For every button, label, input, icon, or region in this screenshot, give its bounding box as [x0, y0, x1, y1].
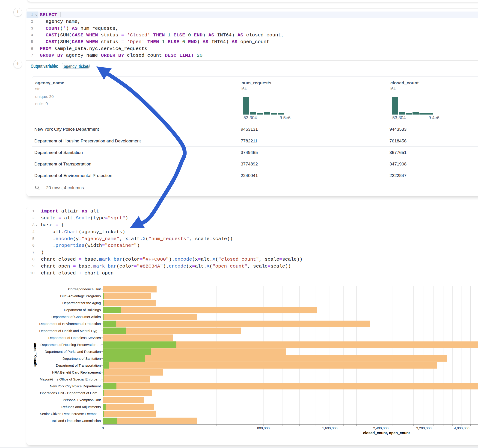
svg-text:Department of Consumer Affairs: Department of Consumer Affairs — [51, 315, 101, 319]
svg-text:Taxi and Limousine Commission: Taxi and Limousine Commission — [51, 419, 101, 423]
svg-text:800,000: 800,000 — [257, 426, 270, 430]
svg-text:closed_count, open_count: closed_count, open_count — [363, 431, 410, 435]
svg-text:New York City Police Departmen: New York City Police Department — [50, 384, 101, 388]
svg-text:agency_name: agency_name — [33, 343, 37, 367]
svg-text:2,400,000: 2,400,000 — [373, 426, 389, 430]
svg-text:0: 0 — [102, 426, 104, 430]
svg-text:Personal Exemption Unit: Personal Exemption Unit — [63, 398, 101, 402]
svg-text:Department for the Aging: Department for the Aging — [62, 301, 101, 305]
svg-text:Department of Environmental Pr: Department of Environmental Protection — [39, 322, 101, 326]
svg-text:Refunds and Adjustments: Refunds and Adjustments — [61, 405, 101, 409]
svg-text:Department of Housing Preserva: Department of Housing Preservation … — [40, 343, 101, 347]
svg-text:1,600,000: 1,600,000 — [322, 426, 338, 430]
svg-text:Department of Sanitation: Department of Sanitation — [63, 356, 101, 361]
svg-text:Correspondence Unit: Correspondence Unit — [68, 287, 101, 291]
svg-text:DHS Advantage Programs: DHS Advantage Programs — [60, 294, 101, 298]
svg-text:3,200,000: 3,200,000 — [416, 426, 432, 430]
svg-text:Operations Unit - Department o: Operations Unit - Department of Hom… — [40, 391, 101, 395]
svg-text:4,000,000: 4,000,000 — [454, 426, 470, 430]
svg-text:Department of Homeless Service: Department of Homeless Services — [48, 336, 101, 340]
svg-text:Senior Citizen Rent Increase E: Senior Citizen Rent Increase Exempti… — [40, 412, 101, 416]
svg-text:Department of Health and Menta: Department of Health and Mental Hyg… — [39, 329, 101, 333]
svg-text:Department of Parks and Recrea: Department of Parks and Recreation — [45, 350, 101, 354]
svg-text:Mayorâ€ s Office of Special En: Mayorâ€ s Office of Special Enforce… — [40, 377, 101, 381]
svg-text:Department of Buildings: Department of Buildings — [64, 308, 101, 312]
svg-text:Department of Transportation: Department of Transportation — [56, 363, 101, 367]
svg-text:HRA Benefit Card Replacement: HRA Benefit Card Replacement — [52, 370, 101, 374]
